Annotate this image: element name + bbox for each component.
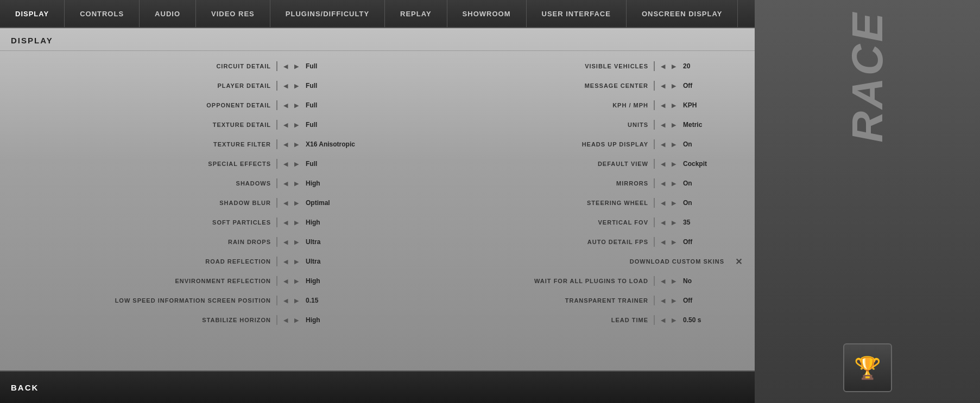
nav-tab-audio[interactable]: AUDIO: [140, 0, 196, 27]
setting-value-controls: ◀▶35: [654, 216, 745, 228]
setting-row-wait-for-all-plugins-to-load: WAIT FOR ALL PLUGINS TO LOAD◀▶No: [383, 271, 749, 291]
increment-button[interactable]: ▶: [669, 99, 679, 111]
increment-button[interactable]: ▶: [669, 80, 679, 92]
nav-tab-user_interface[interactable]: USER INTERFACE: [527, 0, 627, 27]
increment-button[interactable]: ▶: [669, 177, 679, 189]
setting-label: ENVIRONMENT REFLECTION: [10, 278, 271, 284]
separator: [276, 81, 277, 91]
decrement-button[interactable]: ◀: [281, 275, 290, 287]
increment-button[interactable]: ▶: [669, 197, 679, 209]
decrement-button[interactable]: ◀: [658, 314, 668, 326]
setting-row-transparent-trainer: TRANSPARENT TRAINER◀▶Off: [383, 291, 749, 310]
decrement-button[interactable]: ◀: [281, 236, 290, 248]
decrement-button[interactable]: ◀: [281, 295, 290, 306]
increment-button[interactable]: ▶: [292, 197, 301, 209]
increment-button[interactable]: ▶: [292, 80, 301, 92]
decrement-button[interactable]: ◀: [658, 99, 668, 111]
setting-value: Off: [680, 297, 745, 304]
setting-label: SHADOWS: [10, 180, 271, 187]
decrement-button[interactable]: ◀: [658, 295, 668, 306]
setting-value: High: [302, 277, 368, 285]
increment-button[interactable]: ▶: [669, 158, 679, 170]
decrement-button[interactable]: ◀: [658, 236, 668, 248]
decrement-button[interactable]: ◀: [658, 80, 668, 92]
setting-value: No: [680, 277, 745, 285]
setting-value: Off: [680, 238, 745, 246]
back-button[interactable]: BACK: [11, 383, 39, 392]
setting-value: Full: [302, 121, 368, 129]
increment-button[interactable]: ▶: [669, 314, 679, 326]
decrement-button[interactable]: ◀: [281, 216, 290, 228]
nav-tab-controls[interactable]: CONTROLS: [65, 0, 140, 27]
increment-button[interactable]: ▶: [669, 119, 679, 131]
increment-button[interactable]: ▶: [292, 177, 301, 189]
setting-label: LOW SPEED INFORMATION SCREEN POSITION: [10, 297, 271, 304]
increment-button[interactable]: ▶: [292, 138, 301, 150]
increment-button[interactable]: ▶: [292, 158, 301, 170]
increment-button[interactable]: ▶: [669, 236, 679, 248]
increment-button[interactable]: ▶: [292, 119, 301, 131]
increment-button[interactable]: ▶: [669, 60, 679, 72]
setting-value: 0.15: [302, 297, 368, 304]
separator: [654, 61, 655, 71]
setting-label: DEFAULT VIEW: [387, 161, 648, 167]
increment-button[interactable]: ▶: [292, 295, 301, 306]
decrement-button[interactable]: ◀: [281, 138, 290, 150]
increment-button[interactable]: ▶: [292, 216, 301, 228]
decrement-button[interactable]: ◀: [281, 314, 290, 326]
increment-button[interactable]: ▶: [669, 138, 679, 150]
decrement-button[interactable]: ◀: [281, 80, 290, 92]
increment-button[interactable]: ▶: [292, 60, 301, 72]
decrement-button[interactable]: ◀: [281, 255, 290, 267]
decrement-button[interactable]: ◀: [658, 275, 668, 287]
download-custom-skins-toggle[interactable]: ✕: [732, 257, 745, 267]
nav-tab-showroom[interactable]: SHOWROOM: [447, 0, 527, 27]
increment-button[interactable]: ▶: [669, 275, 679, 287]
separator: [654, 81, 655, 91]
setting-label: AUTO DETAIL FPS: [387, 239, 648, 245]
setting-row-message-center: MESSAGE CENTER◀▶Off: [383, 76, 749, 95]
decrement-button[interactable]: ◀: [658, 216, 668, 228]
nav-tab-replay[interactable]: REPLAY: [385, 0, 447, 27]
decrement-button[interactable]: ◀: [658, 177, 668, 189]
separator: [654, 296, 655, 305]
decrement-button[interactable]: ◀: [658, 119, 668, 131]
decrement-button[interactable]: ◀: [658, 138, 668, 150]
decrement-button[interactable]: ◀: [281, 99, 290, 111]
increment-button[interactable]: ▶: [292, 314, 301, 326]
setting-row-rain-drops: RAIN DROPS◀▶Ultra: [5, 232, 372, 252]
setting-value-controls: ◀▶0.15: [276, 295, 368, 306]
increment-button[interactable]: ▶: [292, 99, 301, 111]
setting-label: RAIN DROPS: [10, 239, 271, 245]
decrement-button[interactable]: ◀: [281, 119, 290, 131]
increment-button[interactable]: ▶: [292, 236, 301, 248]
setting-row-special-effects: SPECIAL EFFECTS◀▶Full: [5, 154, 372, 174]
decrement-button[interactable]: ◀: [281, 60, 290, 72]
decrement-button[interactable]: ◀: [281, 158, 290, 170]
increment-button[interactable]: ▶: [669, 295, 679, 306]
setting-label: PLAYER DETAIL: [10, 82, 271, 89]
bottom-bar: BACK: [0, 370, 755, 403]
setting-label: UNITS: [387, 121, 648, 128]
setting-value: On: [680, 180, 745, 187]
decrement-button[interactable]: ◀: [281, 197, 290, 209]
setting-row-shadows: SHADOWS◀▶High: [5, 174, 372, 193]
decrement-button[interactable]: ◀: [658, 60, 668, 72]
setting-value-controls: ◀▶High: [276, 275, 368, 287]
decrement-button[interactable]: ◀: [281, 177, 290, 189]
decrement-button[interactable]: ◀: [658, 197, 668, 209]
main-area: DISPLAYCONTROLSAUDIOVIDEO RESPLUGINS/DIF…: [0, 0, 755, 403]
setting-value-controls: ◀▶Optimal: [276, 197, 368, 209]
trophy-button[interactable]: 🏆: [843, 343, 892, 392]
increment-button[interactable]: ▶: [292, 255, 301, 267]
setting-value: Ultra: [302, 258, 368, 265]
nav-tab-video_res[interactable]: VIDEO RES: [196, 0, 270, 27]
decrement-button[interactable]: ◀: [658, 158, 668, 170]
increment-button[interactable]: ▶: [292, 275, 301, 287]
increment-button[interactable]: ▶: [669, 216, 679, 228]
nav-tab-onscreen[interactable]: ONSCREEN DISPLAY: [627, 0, 738, 27]
nav-tab-display[interactable]: DISPLAY: [0, 0, 65, 27]
setting-value-controls: ◀▶High: [276, 216, 368, 228]
setting-value-controls: ◀▶Full: [276, 80, 368, 92]
nav-tab-plugins[interactable]: PLUGINS/DIFFICULTY: [270, 0, 385, 27]
